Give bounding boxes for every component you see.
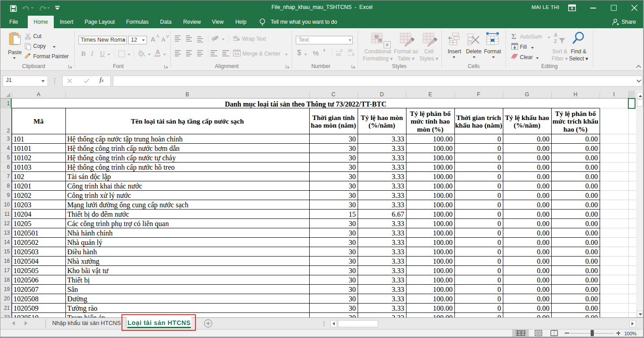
svg-text:ab: ab — [233, 35, 238, 39]
svg-text:A: A — [554, 32, 558, 38]
svg-text:Z: Z — [554, 39, 557, 44]
